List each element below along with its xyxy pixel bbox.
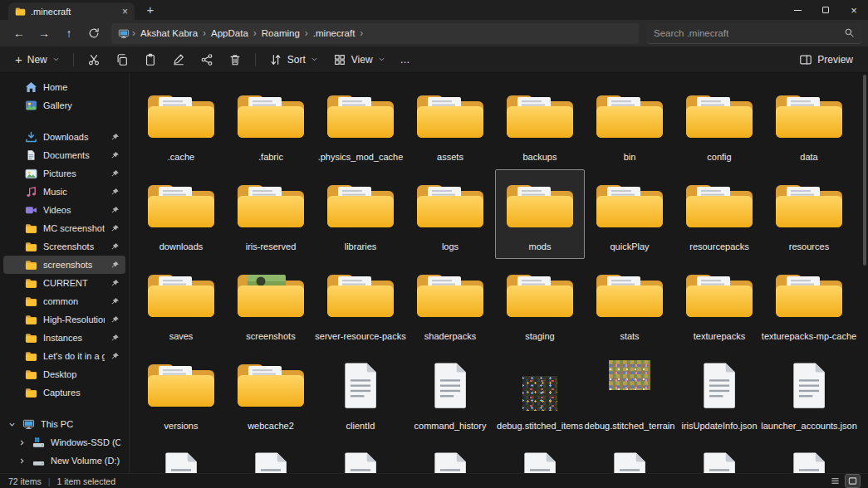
cut-button[interactable] (81, 49, 107, 71)
chevron-right-icon[interactable] (18, 439, 27, 447)
thumbnail-view-icon[interactable] (846, 475, 860, 487)
file-physics-mod-cache[interactable]: .physics_mod_cache (316, 80, 405, 169)
back-button[interactable]: ← (7, 22, 32, 44)
sidebar-item-instances[interactable]: Instances (3, 329, 125, 347)
file-bin[interactable]: bin (585, 80, 674, 169)
file-texturepacks[interactable]: texturepacks (674, 259, 764, 349)
maximize-button[interactable] (812, 0, 840, 20)
file-item-33[interactable] (226, 438, 316, 473)
file-server-resource-packs[interactable]: server-resource-packs (316, 259, 405, 349)
sidebar-item-mc-screenshots[interactable]: MC screenshots (3, 219, 125, 237)
file-command-history[interactable]: command_history (405, 349, 495, 438)
view-button[interactable]: View (326, 49, 392, 71)
file-texturepacks-mp-cache[interactable]: texturepacks-mp-cache (764, 259, 854, 349)
sort-button[interactable]: Sort (262, 49, 325, 71)
tab-minecraft[interactable]: .minecraft × (8, 2, 135, 20)
file-versions[interactable]: versions (136, 349, 226, 438)
file-quickplay[interactable]: quickPlay (585, 169, 674, 259)
copy-button[interactable] (109, 49, 135, 71)
chevron-right-icon[interactable] (18, 457, 27, 465)
breadcrumb-item-roaming[interactable]: Roaming (257, 28, 304, 38)
scrollbar[interactable] (863, 75, 866, 471)
file-item-35[interactable] (405, 438, 495, 473)
share-button[interactable] (194, 49, 220, 71)
sidebar-item-current[interactable]: CURRENT (3, 274, 125, 292)
sidebar-item-screenshots[interactable]: screenshots (3, 256, 125, 274)
file-assets[interactable]: assets (405, 80, 495, 169)
tab-close-icon[interactable]: × (122, 7, 128, 17)
sidebar-item-new-volume-d[interactable]: New Volume (D:) (3, 451, 125, 470)
new-tab-button[interactable]: + (141, 2, 159, 17)
search-input[interactable] (654, 28, 844, 38)
file-item-37[interactable] (585, 438, 674, 473)
file-downloads[interactable]: downloads (136, 169, 226, 259)
close-button[interactable]: × (840, 0, 868, 20)
breadcrumb-chevron-icon[interactable]: › (359, 27, 364, 39)
breadcrumb-item-akshat-kabra[interactable]: Akshat Kabra (136, 28, 202, 38)
sidebar-item-downloads[interactable]: Downloads (3, 128, 125, 146)
file-item-39[interactable] (764, 438, 854, 473)
file-resources[interactable]: resources (764, 169, 854, 259)
file-launcher-accounts-json[interactable]: launcher_accounts.json (764, 349, 854, 438)
file-debug-stitched-items[interactable]: debug.stitched_items (495, 349, 585, 438)
file-irisupdateinfo-json[interactable]: irisUpdateInfo.json (674, 349, 764, 438)
search-box[interactable] (647, 23, 861, 44)
file-webcache2[interactable]: webcache2 (226, 349, 316, 438)
paste-button[interactable] (137, 49, 164, 71)
sidebar-item-common[interactable]: common (3, 292, 125, 310)
file-item-32[interactable] (136, 438, 226, 473)
chevron-down-icon[interactable] (8, 421, 17, 428)
sidebar-item-high-resolution-music[interactable]: High-Resolution Music (3, 310, 125, 329)
toolbar-divider (73, 53, 74, 66)
scrollbar-thumb[interactable] (863, 75, 866, 266)
file-fabric[interactable]: .fabric (226, 80, 316, 169)
file-resourcepacks[interactable]: resourcepacks (674, 169, 764, 259)
sidebar-item-let-s-do-it-in-a-good-way[interactable]: Let's do it in a good way (3, 347, 125, 365)
file-debug-stitched-terrain[interactable]: debug.stitched_terrain (585, 349, 674, 438)
details-view-icon[interactable] (828, 475, 842, 487)
sidebar-item-home[interactable]: Home (3, 78, 125, 96)
file-screenshots[interactable]: screenshots (226, 259, 316, 349)
sidebar-item-gallery[interactable]: Gallery (3, 96, 125, 115)
file-logs[interactable]: logs (405, 169, 495, 259)
file-mods[interactable]: mods (495, 169, 585, 259)
file-data[interactable]: data (764, 80, 854, 169)
sidebar-item-videos[interactable]: Videos (3, 201, 125, 219)
breadcrumb[interactable]: ›Akshat Kabra›AppData›Roaming›.minecraft… (111, 23, 639, 44)
file-clientid[interactable]: clientId (316, 349, 405, 438)
file-config[interactable]: config (674, 80, 764, 169)
refresh-button[interactable] (81, 22, 106, 44)
up-button[interactable]: ↑ (56, 22, 81, 44)
sidebar-item-documents[interactable]: Documents (3, 146, 125, 164)
sidebar-item-windows-ssd-c[interactable]: Windows-SSD (C:) (3, 433, 125, 451)
file-iris-reserved[interactable]: iris-reserved (226, 169, 316, 259)
sidebar-item-pictures[interactable]: Pictures (3, 164, 125, 183)
file-shaderpacks[interactable]: shaderpacks (405, 259, 495, 349)
sidebar-item-screenshots[interactable]: Screenshots (3, 237, 125, 256)
preview-button[interactable]: Preview (792, 49, 860, 71)
drive-icon (32, 455, 45, 466)
sidebar-item-captures[interactable]: Captures (3, 383, 125, 402)
search-icon[interactable] (844, 27, 855, 38)
sidebar-item-music[interactable]: Music (3, 183, 125, 201)
file-cache[interactable]: .cache (136, 80, 226, 169)
folder-icon (25, 332, 37, 344)
file-item-34[interactable] (316, 438, 405, 473)
file-stats[interactable]: stats (585, 259, 674, 349)
sidebar-item-desktop[interactable]: Desktop (3, 365, 125, 383)
file-saves[interactable]: saves (136, 259, 226, 349)
minimize-button[interactable] (783, 0, 812, 20)
file-backups[interactable]: backups (495, 80, 585, 169)
breadcrumb-item-minecraft[interactable]: .minecraft (309, 28, 360, 38)
delete-button[interactable] (222, 49, 248, 71)
new-button[interactable]: + New (8, 49, 66, 71)
rename-button[interactable] (165, 49, 192, 71)
breadcrumb-item-appdata[interactable]: AppData (207, 28, 253, 38)
more-options-button[interactable]: … (394, 49, 417, 71)
forward-button[interactable]: → (32, 22, 56, 44)
file-staging[interactable]: staging (495, 259, 585, 349)
sidebar-item-this-pc[interactable]: This PC (3, 415, 125, 433)
file-item-36[interactable] (495, 438, 585, 473)
file-item-38[interactable] (674, 438, 764, 473)
file-libraries[interactable]: libraries (316, 169, 405, 259)
